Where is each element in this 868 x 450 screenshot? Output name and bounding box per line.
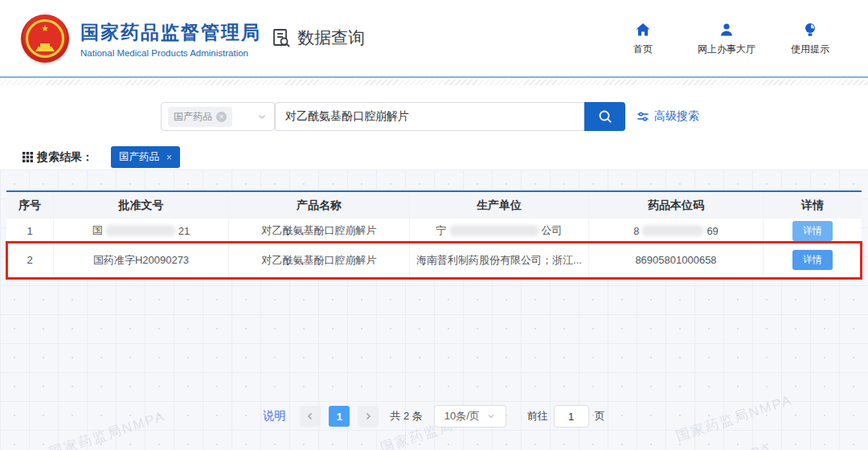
nav-usage-tips-label: 使用提示 <box>791 43 829 56</box>
chevron-down-icon <box>256 111 268 122</box>
nav-online-service-hall-label: 网上办事大厅 <box>698 43 755 56</box>
goto-page-input[interactable] <box>554 405 589 428</box>
redaction-blur <box>641 225 704 236</box>
cell-product-name: 对乙酰氨基酚口腔崩解片 <box>229 219 410 243</box>
redacted-prefix: 宁 <box>436 223 447 238</box>
content-area: 国家药监局NMPA 国家药监局NMPA 国家药监局NMPA 国家药监局NMPA … <box>0 170 868 450</box>
page-unit-label: 页 <box>595 409 605 423</box>
search-icon <box>597 108 613 125</box>
nav-home-label: 首页 <box>633 43 653 56</box>
page-size-select[interactable]: 10条/页 <box>434 405 506 428</box>
search-button[interactable] <box>584 102 625 131</box>
col-header-drug-code: 药品本位码 <box>589 192 764 219</box>
note-link[interactable]: 说明 <box>263 409 285 423</box>
home-icon <box>635 22 651 38</box>
header-divider-hatch <box>0 80 868 85</box>
cell-detail: 详情 <box>764 219 862 243</box>
page-1-button[interactable]: 1 <box>329 406 350 427</box>
grid-icon <box>23 152 33 162</box>
category-tag-close-icon[interactable]: × <box>216 112 227 122</box>
prev-page-button[interactable] <box>300 406 321 427</box>
advanced-search-label: 高级搜索 <box>654 109 699 124</box>
filter-tag-label: 国产药品 <box>119 150 159 164</box>
redacted-prefix: 8 <box>633 225 639 237</box>
category-tag-label: 国产药品 <box>174 110 212 124</box>
col-header-no: 序号 <box>6 192 54 219</box>
org-name-zh: 国家药品监督管理局 <box>80 20 261 45</box>
cell-approval-number: 国 21 <box>54 219 229 243</box>
goto-label: 前往 <box>527 409 548 423</box>
redaction-blur <box>105 225 176 236</box>
nav-usage-tips[interactable]: 使用提示 <box>791 22 829 56</box>
org-title-block: 国家药品监督管理局 National Medical Products Admi… <box>80 20 261 58</box>
bulb-icon <box>802 22 818 38</box>
page-header: ★ 国家药品监督管理局 National Medical Products Ad… <box>0 0 868 78</box>
cell-manufacturer: 宁 公司 <box>410 219 589 243</box>
category-select[interactable]: 国产药品 × <box>161 102 275 131</box>
cell-no: 2 <box>6 243 54 276</box>
search-input[interactable] <box>275 102 584 131</box>
results-label-group: 搜索结果： <box>23 150 93 165</box>
data-query-icon <box>271 27 292 48</box>
watermark-text: 国家药监局NMPA <box>653 439 774 450</box>
watermark-text: 国家药监局NMPA <box>376 447 497 450</box>
next-page-button[interactable] <box>358 406 379 427</box>
table-header-row: 序号 批准文号 产品名称 生产单位 药品本位码 详情 <box>6 190 862 219</box>
results-bar: 搜索结果： 国产药品 × <box>0 145 868 170</box>
redacted-suffix: 公司 <box>542 223 563 238</box>
redacted-suffix: 69 <box>706 225 718 237</box>
col-header-product-name: 产品名称 <box>229 192 410 219</box>
col-header-manufacturer: 生产单位 <box>410 192 589 219</box>
cell-no: 1 <box>6 219 54 243</box>
user-icon <box>719 22 735 38</box>
cell-approval-number: 国药准字H20090273 <box>54 243 229 276</box>
total-count-text: 共 2 条 <box>390 409 422 423</box>
table-row-highlighted: 2 国药准字H20090273 对乙酰氨基酚口腔崩解片 海南普利制药股份有限公司… <box>6 243 862 277</box>
top-nav: 首页 网上办事大厅 使用提示 <box>624 22 829 56</box>
goto-page-group: 前往 页 <box>527 405 605 428</box>
module-title-block: 数据查询 <box>271 27 365 49</box>
advanced-search-link[interactable]: 高级搜索 <box>637 109 699 124</box>
nav-online-service-hall[interactable]: 网上办事大厅 <box>698 22 755 56</box>
page-size-value: 10条/页 <box>444 409 480 423</box>
results-label: 搜索结果： <box>37 150 93 165</box>
module-title: 数据查询 <box>297 27 365 49</box>
category-tag: 国产药品 × <box>168 107 232 127</box>
filter-tag-close-icon[interactable]: × <box>166 152 172 163</box>
pagination-bar: 说明 1 共 2 条 10条/页 前往 页 <box>0 405 868 428</box>
col-header-detail: 详情 <box>764 192 862 219</box>
nav-home[interactable]: 首页 <box>624 22 662 56</box>
cell-product-name: 对乙酰氨基酚口腔崩解片 <box>229 243 410 276</box>
col-header-approval-number: 批准文号 <box>54 192 229 219</box>
cell-drug-code: 86905801000658 <box>589 243 764 276</box>
chevron-down-icon <box>486 411 496 421</box>
filter-tag-domestic-drug[interactable]: 国产药品 × <box>111 146 180 168</box>
redacted-prefix: 国 <box>92 223 103 238</box>
cell-detail: 详情 <box>764 243 862 276</box>
nmpa-emblem-logo: ★ <box>21 14 69 63</box>
org-name-en: National Medical Products Administration <box>80 48 261 58</box>
cell-manufacturer: 海南普利制药股份有限公司；浙江... <box>410 243 589 276</box>
cell-drug-code: 8 69 <box>589 219 764 243</box>
redaction-blur <box>449 225 539 236</box>
detail-button[interactable]: 详情 <box>792 221 833 241</box>
redacted-suffix: 21 <box>178 225 190 237</box>
sliders-icon <box>637 110 649 123</box>
results-table: 序号 批准文号 产品名称 生产单位 药品本位码 详情 1 国 21 对乙酰氨基酚… <box>6 190 862 277</box>
table-row: 1 国 21 对乙酰氨基酚口腔崩解片 宁 公司 8 69 详情 <box>6 219 862 243</box>
detail-button[interactable]: 详情 <box>792 250 833 270</box>
